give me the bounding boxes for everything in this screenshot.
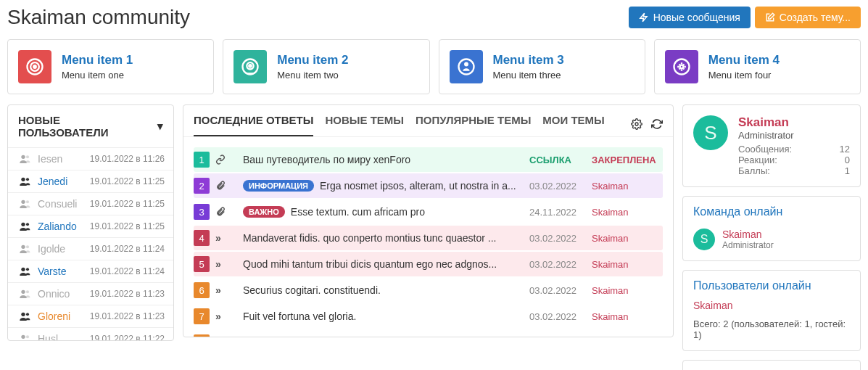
thread-row[interactable]: 7»Fuit vel fortuna vel gloria.03.02.2022… <box>194 304 663 329</box>
new-messages-button[interactable]: Новые сообщения <box>629 7 751 28</box>
thread-number: 6 <box>194 282 210 298</box>
user-time: 19.01.2022 в 11:23 <box>90 289 165 299</box>
user-time: 19.01.2022 в 11:24 <box>90 244 165 254</box>
user-name: Iesen <box>38 153 90 165</box>
user-time: 19.01.2022 в 11:22 <box>90 334 165 341</box>
user-name: Igolde <box>38 243 90 255</box>
team-online-title: Команда онлайн <box>683 197 860 226</box>
thread-row[interactable]: 6»Securius cogitari. constituendi.03.02.… <box>194 278 663 303</box>
user-row[interactable]: Igolde19.01.2022 в 11:24 <box>8 237 173 260</box>
thread-date: 03.02.2022 <box>529 233 586 244</box>
menu-icon <box>450 50 483 83</box>
user-name: Zaliando <box>38 221 90 232</box>
thread-row[interactable]: 8»РЕШЕНОIndumentum regale textum occulte… <box>194 330 663 337</box>
menu-item-4[interactable]: Menu item 4Menu item four <box>654 39 861 94</box>
menu-title: Menu item 2 <box>277 53 348 67</box>
user-row[interactable]: Gloreni19.01.2022 в 11:23 <box>8 305 173 327</box>
thread-row[interactable]: 5»Quod mihi tantum tribui dicis quantum … <box>194 252 663 276</box>
user-time: 19.01.2022 в 11:24 <box>90 266 165 276</box>
refresh-icon[interactable] <box>651 118 663 132</box>
user-row[interactable]: Varste19.01.2022 в 11:24 <box>8 260 173 282</box>
svg-point-25 <box>26 313 29 316</box>
team-member-name[interactable]: Skaiman <box>722 229 774 240</box>
svg-point-2 <box>33 65 36 68</box>
svg-point-18 <box>21 245 25 249</box>
menu-subtitle: Menu item three <box>493 70 564 81</box>
user-row[interactable]: Husl19.01.2022 в 11:22 <box>8 327 173 341</box>
edit-icon <box>765 12 775 22</box>
thread-author: ЗАКРЕПЛЕНА <box>592 155 657 165</box>
user-row[interactable]: Jenedi19.01.2022 в 11:25 <box>8 170 173 192</box>
user-row[interactable]: Onnico19.01.2022 в 11:23 <box>8 282 173 305</box>
avatar[interactable]: S <box>693 115 728 150</box>
user-row[interactable]: Consueli19.01.2022 в 11:25 <box>8 192 173 215</box>
thread-title: Ваш путеводитель по миру xenForo <box>243 154 524 165</box>
stat-row: Реакции:0 <box>738 155 850 165</box>
thread-icon: » <box>215 232 237 244</box>
create-topic-button[interactable]: Создать тему... <box>755 7 861 28</box>
svg-point-24 <box>21 313 25 316</box>
thread-number: 4 <box>194 230 210 246</box>
user-name: Gloreni <box>38 311 90 322</box>
team-online-widget: Команда онлайн S Skaiman Administrator <box>682 196 861 261</box>
svg-point-14 <box>21 200 25 204</box>
tab-latest-replies[interactable]: ПОСЛЕДНИЕ ОТВЕТЫ <box>194 114 313 136</box>
thread-number: 1 <box>194 152 210 168</box>
thread-date: 24.11.2022 <box>529 207 586 218</box>
thread-author: Skaiman <box>592 181 657 192</box>
thread-date: 03.02.2022 <box>529 259 586 270</box>
caret-down-icon: ▾ <box>157 120 163 133</box>
new-users-header[interactable]: НОВЫЕ ПОЛЬЗОВАТЕЛИ ▾ <box>8 105 173 147</box>
thread-date: 03.02.2022 <box>529 285 586 296</box>
svg-point-7 <box>464 62 468 67</box>
svg-point-5 <box>249 65 252 67</box>
avatar[interactable]: S <box>693 229 715 250</box>
menu-item-3[interactable]: Menu item 3Menu item three <box>439 39 645 94</box>
menu-subtitle: Menu item one <box>62 70 133 81</box>
user-icon <box>17 333 33 341</box>
user-name: Consueli <box>38 198 90 210</box>
menu-item-2[interactable]: Menu item 2Menu item two <box>223 39 429 94</box>
thread-icon: » <box>215 258 237 270</box>
tab-popular-topics[interactable]: ПОПУЛЯРНЫЕ ТЕМЫ <box>416 114 531 136</box>
thread-row[interactable]: 4»Mandaverat fidis. quo conperto montius… <box>194 226 663 250</box>
thread-number: 7 <box>194 308 210 324</box>
team-member-role: Administrator <box>722 240 774 250</box>
thread-title: Quod mihi tantum tribui dicis quantum eg… <box>243 258 524 270</box>
profile-name[interactable]: Skaiman <box>738 115 850 130</box>
user-icon <box>17 176 33 187</box>
user-icon <box>17 153 33 165</box>
menu-item-1[interactable]: Menu item 1Menu item one <box>7 39 214 94</box>
online-total: Всего: 2 (пользователей: 1, гостей: 1) <box>693 318 850 340</box>
thread-row[interactable]: 3ВАЖНОEsse textum. cum africam pro24.11.… <box>194 200 663 224</box>
tab-new-topics[interactable]: НОВЫЕ ТЕМЫ <box>325 114 404 136</box>
online-user-link[interactable]: Skaiman <box>693 300 850 311</box>
user-row[interactable]: Zaliando19.01.2022 в 11:25 <box>8 215 173 237</box>
thread-date: ССЫЛКА <box>529 155 586 165</box>
thread-author: Skaiman <box>592 285 657 296</box>
user-name: Varste <box>38 266 90 277</box>
thread-author: Skaiman <box>592 233 657 244</box>
page-title: Skaiman community <box>7 6 190 29</box>
thread-author: Skaiman <box>592 207 657 218</box>
thread-number: 2 <box>194 178 210 194</box>
svg-point-6 <box>458 59 474 75</box>
user-row[interactable]: Iesen19.01.2022 в 11:26 <box>8 147 173 170</box>
tab-my-topics[interactable]: МОИ ТЕМЫ <box>542 114 604 136</box>
profile-card: S Skaiman Administrator Сообщения:12Реак… <box>682 104 861 187</box>
user-icon <box>17 266 33 277</box>
users-online-widget: Пользователи онлайн Skaiman Всего: 2 (по… <box>682 270 861 351</box>
menu-title: Menu item 1 <box>62 53 133 67</box>
menu-subtitle: Menu item two <box>277 70 348 81</box>
user-time: 19.01.2022 в 11:23 <box>90 311 165 321</box>
user-time: 19.01.2022 в 11:25 <box>90 176 165 186</box>
gear-icon[interactable] <box>631 118 642 132</box>
thread-row[interactable]: 1Ваш путеводитель по миру xenForoССЫЛКАЗ… <box>194 147 663 172</box>
menu-icon <box>18 50 51 83</box>
thread-title: Erga nosmet ipsos, alteram, ut nostra in… <box>320 180 524 192</box>
user-icon <box>17 221 33 232</box>
stat-row: Баллы:1 <box>738 165 850 176</box>
thread-row[interactable]: 2ИНФОРМАЦИЯErga nosmet ipsos, alteram, u… <box>194 173 663 198</box>
svg-point-21 <box>26 268 29 271</box>
new-users-widget: НОВЫЕ ПОЛЬЗОВАТЕЛИ ▾ Iesen19.01.2022 в 1… <box>7 104 174 341</box>
